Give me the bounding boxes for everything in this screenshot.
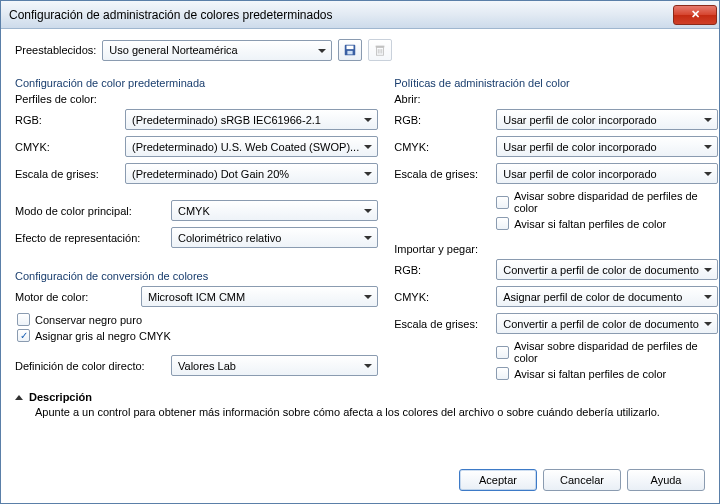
window-title: Configuración de administración de color… — [9, 8, 673, 22]
import-warn-mismatch-checkbox[interactable] — [496, 346, 509, 359]
open-gray-dropdown[interactable]: Usar perfil de color incorporado — [496, 163, 718, 184]
preserve-black-checkbox[interactable] — [17, 313, 30, 326]
close-icon: ✕ — [691, 8, 700, 21]
open-gray-label: Escala de grises: — [394, 168, 490, 180]
import-rgb-dropdown[interactable]: Convertir a perfil de color de documento — [496, 259, 718, 280]
open-rgb-label: RGB: — [394, 114, 490, 126]
mode-dropdown[interactable]: CMYK — [171, 200, 378, 221]
description-text: Apunte a un control para obtener más inf… — [35, 406, 705, 418]
rgb-dropdown[interactable]: (Predeterminado) sRGB IEC61966-2.1 — [125, 109, 378, 130]
import-label: Importar y pegar: — [394, 243, 718, 255]
footer: Aceptar Cancelar Ayuda — [1, 459, 719, 503]
import-rgb-label: RGB: — [394, 264, 490, 276]
svg-rect-4 — [376, 46, 385, 48]
titlebar: Configuración de administración de color… — [1, 1, 719, 29]
engine-label: Motor de color: — [15, 291, 135, 303]
help-button[interactable]: Ayuda — [627, 469, 705, 491]
map-gray-label: Asignar gris al negro CMYK — [35, 330, 171, 342]
import-cmyk-label: CMYK: — [394, 291, 490, 303]
preset-label: Preestablecidos: — [15, 44, 96, 56]
trash-icon — [373, 43, 387, 57]
delete-preset-button — [368, 39, 392, 61]
open-warn-missing-label: Avisar si faltan perfiles de color — [514, 218, 666, 230]
svg-rect-1 — [347, 46, 354, 50]
content-area: Preestablecidos: Uso general Norteaméric… — [1, 29, 719, 459]
description-section: Descripción Apunte a un control para obt… — [15, 391, 705, 418]
preserve-black-label: Conservar negro puro — [35, 314, 142, 326]
engine-dropdown[interactable]: Microsoft ICM CMM — [141, 286, 378, 307]
open-cmyk-dropdown[interactable]: Usar perfil de color incorporado — [496, 136, 718, 157]
import-gray-dropdown[interactable]: Convertir a perfil de color de documento — [496, 313, 718, 334]
import-warn-missing-checkbox[interactable] — [496, 367, 509, 380]
open-warn-missing-checkbox[interactable] — [496, 217, 509, 230]
spot-dropdown[interactable]: Valores Lab — [171, 355, 378, 376]
close-button[interactable]: ✕ — [673, 5, 717, 25]
gray-label: Escala de grises: — [15, 168, 119, 180]
svg-rect-2 — [348, 51, 353, 55]
profiles-label: Perfiles de color: — [15, 93, 378, 105]
import-cmyk-dropdown[interactable]: Asignar perfil de color de documento — [496, 286, 718, 307]
save-icon — [343, 43, 357, 57]
open-label: Abrir: — [394, 93, 718, 105]
mode-label: Modo de color principal: — [15, 205, 165, 217]
intent-dropdown[interactable]: Colorimétrico relativo — [171, 227, 378, 248]
open-rgb-dropdown[interactable]: Usar perfil de color incorporado — [496, 109, 718, 130]
open-warn-mismatch-checkbox[interactable] — [496, 196, 509, 209]
import-warn-missing-label: Avisar si faltan perfiles de color — [514, 368, 666, 380]
map-gray-checkbox[interactable] — [17, 329, 30, 342]
spot-label: Definición de color directo: — [15, 360, 165, 372]
preset-dropdown[interactable]: Uso general Norteamérica — [102, 40, 332, 61]
description-title: Descripción — [29, 391, 92, 403]
import-gray-label: Escala de grises: — [394, 318, 490, 330]
intent-label: Efecto de representación: — [15, 232, 165, 244]
chevron-up-icon[interactable] — [15, 395, 23, 400]
import-warn-mismatch-label: Avisar sobre disparidad de perfiles de c… — [514, 340, 718, 364]
dialog-window: Configuración de administración de color… — [0, 0, 720, 504]
left-group-title: Configuración de color predeterminada — [15, 77, 378, 89]
cancel-button[interactable]: Cancelar — [543, 469, 621, 491]
preset-value: Uso general Norteamérica — [109, 44, 327, 56]
right-group-title: Políticas de administración del color — [394, 77, 718, 89]
preset-row: Preestablecidos: Uso general Norteaméric… — [15, 39, 705, 61]
rgb-label: RGB: — [15, 114, 119, 126]
ok-button[interactable]: Aceptar — [459, 469, 537, 491]
cmyk-label: CMYK: — [15, 141, 119, 153]
left-column: Configuración de color predeterminada Pe… — [15, 71, 378, 383]
cmyk-dropdown[interactable]: (Predeterminado) U.S. Web Coated (SWOP).… — [125, 136, 378, 157]
open-warn-mismatch-label: Avisar sobre disparidad de perfiles de c… — [514, 190, 718, 214]
right-column: Políticas de administración del color Ab… — [394, 71, 718, 383]
columns: Configuración de color predeterminada Pe… — [15, 71, 705, 383]
open-cmyk-label: CMYK: — [394, 141, 490, 153]
conv-group-title: Configuración de conversión de colores — [15, 270, 378, 282]
save-preset-button[interactable] — [338, 39, 362, 61]
gray-dropdown[interactable]: (Predeterminado) Dot Gain 20% — [125, 163, 378, 184]
